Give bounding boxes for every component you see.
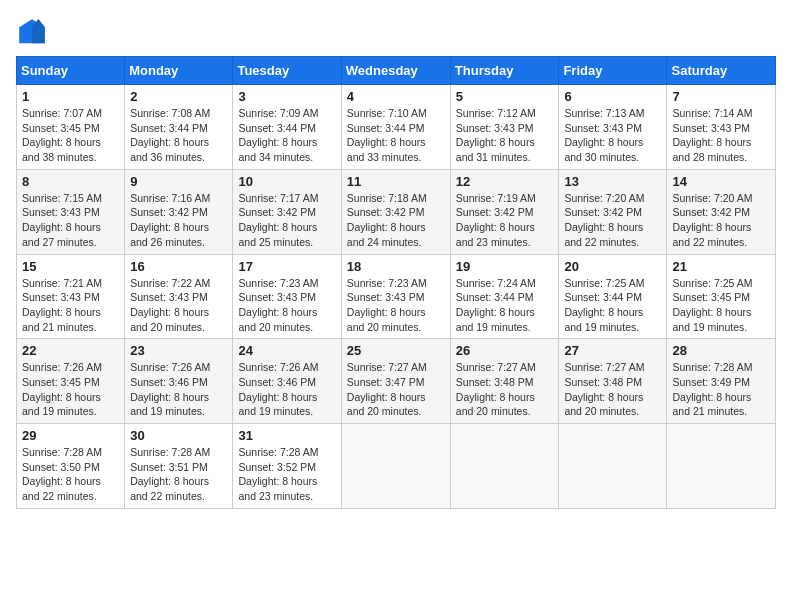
day-header-sunday: Sunday (17, 57, 125, 85)
day-info: Sunrise: 7:15 AMSunset: 3:43 PMDaylight:… (22, 191, 119, 250)
day-number: 9 (130, 174, 227, 189)
calendar-week-2: 8Sunrise: 7:15 AMSunset: 3:43 PMDaylight… (17, 169, 776, 254)
calendar-cell: 19Sunrise: 7:24 AMSunset: 3:44 PMDayligh… (450, 254, 559, 339)
day-header-friday: Friday (559, 57, 667, 85)
day-number: 7 (672, 89, 770, 104)
day-number: 19 (456, 259, 554, 274)
day-number: 29 (22, 428, 119, 443)
day-header-tuesday: Tuesday (233, 57, 341, 85)
calendar-cell: 8Sunrise: 7:15 AMSunset: 3:43 PMDaylight… (17, 169, 125, 254)
day-info: Sunrise: 7:28 AMSunset: 3:52 PMDaylight:… (238, 445, 335, 504)
calendar-cell: 4Sunrise: 7:10 AMSunset: 3:44 PMDaylight… (341, 85, 450, 170)
calendar-cell: 10Sunrise: 7:17 AMSunset: 3:42 PMDayligh… (233, 169, 341, 254)
day-info: Sunrise: 7:26 AMSunset: 3:46 PMDaylight:… (238, 360, 335, 419)
calendar-cell: 17Sunrise: 7:23 AMSunset: 3:43 PMDayligh… (233, 254, 341, 339)
day-info: Sunrise: 7:16 AMSunset: 3:42 PMDaylight:… (130, 191, 227, 250)
logo (16, 16, 52, 48)
day-number: 16 (130, 259, 227, 274)
day-info: Sunrise: 7:27 AMSunset: 3:47 PMDaylight:… (347, 360, 445, 419)
calendar-cell: 1Sunrise: 7:07 AMSunset: 3:45 PMDaylight… (17, 85, 125, 170)
day-number: 22 (22, 343, 119, 358)
day-info: Sunrise: 7:18 AMSunset: 3:42 PMDaylight:… (347, 191, 445, 250)
day-number: 13 (564, 174, 661, 189)
day-info: Sunrise: 7:27 AMSunset: 3:48 PMDaylight:… (564, 360, 661, 419)
day-number: 12 (456, 174, 554, 189)
day-info: Sunrise: 7:10 AMSunset: 3:44 PMDaylight:… (347, 106, 445, 165)
day-number: 8 (22, 174, 119, 189)
calendar-cell: 30Sunrise: 7:28 AMSunset: 3:51 PMDayligh… (125, 424, 233, 509)
day-number: 11 (347, 174, 445, 189)
calendar-header: SundayMondayTuesdayWednesdayThursdayFrid… (17, 57, 776, 85)
calendar-cell: 26Sunrise: 7:27 AMSunset: 3:48 PMDayligh… (450, 339, 559, 424)
day-number: 27 (564, 343, 661, 358)
day-info: Sunrise: 7:20 AMSunset: 3:42 PMDaylight:… (564, 191, 661, 250)
day-number: 23 (130, 343, 227, 358)
calendar-cell (667, 424, 776, 509)
day-number: 10 (238, 174, 335, 189)
day-info: Sunrise: 7:13 AMSunset: 3:43 PMDaylight:… (564, 106, 661, 165)
day-number: 21 (672, 259, 770, 274)
day-info: Sunrise: 7:20 AMSunset: 3:42 PMDaylight:… (672, 191, 770, 250)
day-number: 28 (672, 343, 770, 358)
calendar-cell (559, 424, 667, 509)
calendar-cell: 9Sunrise: 7:16 AMSunset: 3:42 PMDaylight… (125, 169, 233, 254)
calendar-cell: 12Sunrise: 7:19 AMSunset: 3:42 PMDayligh… (450, 169, 559, 254)
day-number: 24 (238, 343, 335, 358)
day-info: Sunrise: 7:24 AMSunset: 3:44 PMDaylight:… (456, 276, 554, 335)
day-info: Sunrise: 7:27 AMSunset: 3:48 PMDaylight:… (456, 360, 554, 419)
calendar-cell (450, 424, 559, 509)
logo-icon (16, 16, 48, 48)
calendar-cell: 15Sunrise: 7:21 AMSunset: 3:43 PMDayligh… (17, 254, 125, 339)
day-number: 5 (456, 89, 554, 104)
day-number: 26 (456, 343, 554, 358)
calendar-cell: 21Sunrise: 7:25 AMSunset: 3:45 PMDayligh… (667, 254, 776, 339)
calendar-cell: 20Sunrise: 7:25 AMSunset: 3:44 PMDayligh… (559, 254, 667, 339)
day-number: 30 (130, 428, 227, 443)
calendar-table: SundayMondayTuesdayWednesdayThursdayFrid… (16, 56, 776, 509)
day-info: Sunrise: 7:12 AMSunset: 3:43 PMDaylight:… (456, 106, 554, 165)
day-number: 1 (22, 89, 119, 104)
calendar-cell: 7Sunrise: 7:14 AMSunset: 3:43 PMDaylight… (667, 85, 776, 170)
day-info: Sunrise: 7:19 AMSunset: 3:42 PMDaylight:… (456, 191, 554, 250)
day-info: Sunrise: 7:28 AMSunset: 3:50 PMDaylight:… (22, 445, 119, 504)
day-info: Sunrise: 7:23 AMSunset: 3:43 PMDaylight:… (238, 276, 335, 335)
day-number: 14 (672, 174, 770, 189)
calendar-cell: 3Sunrise: 7:09 AMSunset: 3:44 PMDaylight… (233, 85, 341, 170)
day-info: Sunrise: 7:21 AMSunset: 3:43 PMDaylight:… (22, 276, 119, 335)
day-header-wednesday: Wednesday (341, 57, 450, 85)
day-info: Sunrise: 7:14 AMSunset: 3:43 PMDaylight:… (672, 106, 770, 165)
day-info: Sunrise: 7:28 AMSunset: 3:51 PMDaylight:… (130, 445, 227, 504)
day-info: Sunrise: 7:28 AMSunset: 3:49 PMDaylight:… (672, 360, 770, 419)
day-number: 20 (564, 259, 661, 274)
day-info: Sunrise: 7:25 AMSunset: 3:45 PMDaylight:… (672, 276, 770, 335)
calendar-cell: 6Sunrise: 7:13 AMSunset: 3:43 PMDaylight… (559, 85, 667, 170)
calendar-cell: 11Sunrise: 7:18 AMSunset: 3:42 PMDayligh… (341, 169, 450, 254)
calendar-cell: 23Sunrise: 7:26 AMSunset: 3:46 PMDayligh… (125, 339, 233, 424)
day-number: 31 (238, 428, 335, 443)
day-header-monday: Monday (125, 57, 233, 85)
day-number: 3 (238, 89, 335, 104)
calendar-cell: 28Sunrise: 7:28 AMSunset: 3:49 PMDayligh… (667, 339, 776, 424)
day-number: 6 (564, 89, 661, 104)
calendar-week-1: 1Sunrise: 7:07 AMSunset: 3:45 PMDaylight… (17, 85, 776, 170)
day-number: 17 (238, 259, 335, 274)
calendar-cell: 2Sunrise: 7:08 AMSunset: 3:44 PMDaylight… (125, 85, 233, 170)
day-info: Sunrise: 7:22 AMSunset: 3:43 PMDaylight:… (130, 276, 227, 335)
day-info: Sunrise: 7:26 AMSunset: 3:45 PMDaylight:… (22, 360, 119, 419)
calendar-cell: 29Sunrise: 7:28 AMSunset: 3:50 PMDayligh… (17, 424, 125, 509)
calendar-week-5: 29Sunrise: 7:28 AMSunset: 3:50 PMDayligh… (17, 424, 776, 509)
calendar-cell: 14Sunrise: 7:20 AMSunset: 3:42 PMDayligh… (667, 169, 776, 254)
day-info: Sunrise: 7:17 AMSunset: 3:42 PMDaylight:… (238, 191, 335, 250)
day-info: Sunrise: 7:25 AMSunset: 3:44 PMDaylight:… (564, 276, 661, 335)
calendar-week-3: 15Sunrise: 7:21 AMSunset: 3:43 PMDayligh… (17, 254, 776, 339)
day-number: 18 (347, 259, 445, 274)
page-header (16, 16, 776, 48)
day-header-thursday: Thursday (450, 57, 559, 85)
day-number: 4 (347, 89, 445, 104)
calendar-cell: 18Sunrise: 7:23 AMSunset: 3:43 PMDayligh… (341, 254, 450, 339)
day-info: Sunrise: 7:26 AMSunset: 3:46 PMDaylight:… (130, 360, 227, 419)
day-info: Sunrise: 7:23 AMSunset: 3:43 PMDaylight:… (347, 276, 445, 335)
day-number: 2 (130, 89, 227, 104)
calendar-cell: 16Sunrise: 7:22 AMSunset: 3:43 PMDayligh… (125, 254, 233, 339)
day-info: Sunrise: 7:09 AMSunset: 3:44 PMDaylight:… (238, 106, 335, 165)
